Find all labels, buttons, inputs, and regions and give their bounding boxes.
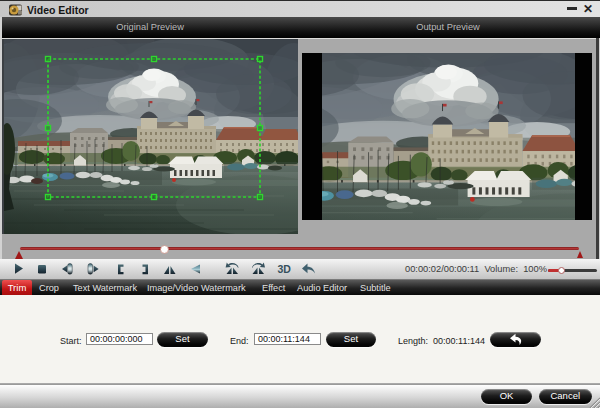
svg-text:3D: 3D [278, 263, 292, 275]
